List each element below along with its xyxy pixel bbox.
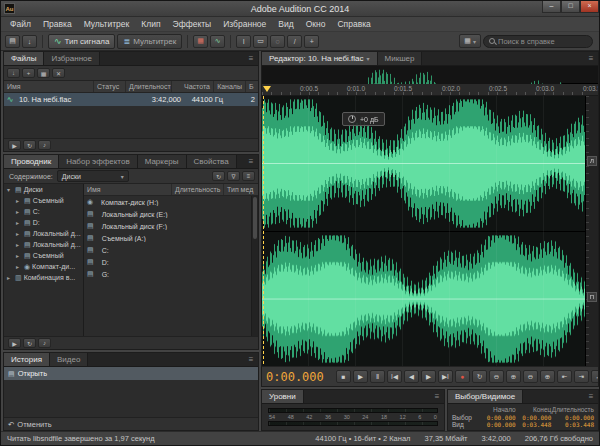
paintbrush-tool-icon[interactable]: /: [287, 35, 302, 48]
expand-icon[interactable]: ▾: [7, 186, 15, 193]
multitrack-view-button[interactable]: ≣ Мультитрек: [117, 34, 182, 49]
expand-icon[interactable]: ▸: [16, 241, 24, 248]
zoom-in-button[interactable]: ⊕: [506, 370, 521, 383]
tree-item-removable[interactable]: ▸▤Съемный: [4, 195, 83, 206]
app-icon[interactable]: Au: [4, 3, 15, 14]
play-button[interactable]: ▶: [353, 370, 368, 383]
menu-item-multitrack[interactable]: Мультитрек: [78, 17, 136, 32]
menu-item-effects[interactable]: Эффекты: [167, 17, 218, 32]
files-delete-icon[interactable]: ✕: [52, 68, 65, 78]
panel-menu-icon[interactable]: [244, 155, 258, 168]
zoom-selection-right-button[interactable]: ⇥: [574, 370, 589, 383]
maximize-icon[interactable]: [561, 1, 580, 13]
menu-item-view[interactable]: Вид: [272, 17, 299, 32]
preview-loop-icon[interactable]: ↻: [23, 140, 36, 150]
fast-forward-button[interactable]: ▶: [421, 370, 436, 383]
expand-icon[interactable]: ▸: [16, 230, 24, 237]
chevron-down-icon[interactable]: ▾: [366, 56, 369, 62]
column-name[interactable]: Имя: [84, 184, 172, 195]
zoom-selection-button[interactable]: ↔: [591, 370, 599, 383]
tree-item-removable-2[interactable]: ▸▤Съемный: [4, 250, 83, 261]
view-end-value[interactable]: 0:03.448: [516, 421, 552, 428]
selection-start-value[interactable]: 0:00.000: [480, 414, 516, 421]
tree-item-d[interactable]: ▸▤D:: [4, 217, 83, 228]
column-sample-rate[interactable]: Частота: [172, 81, 214, 92]
list-item[interactable]: ▤Съемный (A:): [84, 232, 251, 244]
channel-left-badge[interactable]: Л: [587, 156, 597, 166]
list-item[interactable]: ▤C:: [84, 244, 251, 256]
tree-item-c[interactable]: ▸▤C:: [4, 206, 83, 217]
waveform-channels[interactable]: +0 дБ: [262, 96, 585, 366]
marquee-tool-icon[interactable]: ▭: [253, 35, 268, 48]
panel-menu-icon[interactable]: [430, 390, 444, 403]
tab-media-browser[interactable]: Проводник: [4, 155, 59, 168]
files-open-icon[interactable]: ▦: [37, 68, 50, 78]
list-item[interactable]: ▤Локальный диск (E:): [84, 208, 251, 220]
playhead-handle[interactable]: [263, 86, 271, 96]
move-to-start-button[interactable]: I◀: [387, 370, 402, 383]
panel-menu-icon[interactable]: [244, 52, 258, 65]
tab-effects-rack[interactable]: Набор эффектов: [59, 155, 138, 168]
tree-item-shortcuts[interactable]: ▸▥Комбинация в...: [4, 272, 83, 283]
timeline-ruler[interactable]: 0:00.5 0:01.0 0:01.5 0:02.0 0:02.5 0:03.…: [262, 84, 598, 96]
filter-icon[interactable]: ∇: [227, 171, 240, 181]
tab-levels[interactable]: Уровни: [262, 390, 304, 403]
list-item[interactable]: ◉Компакт-диск (H:): [84, 196, 251, 208]
file-row[interactable]: ∿ 10. На небі.flac 3:42,000 44100 Гц 2: [4, 93, 258, 106]
waveform-overview[interactable]: [262, 66, 598, 84]
import-file-icon[interactable]: ↓: [22, 35, 37, 48]
column-duration[interactable]: Длительность: [126, 81, 172, 92]
list-item[interactable]: ▤Локальный диск (F:): [84, 220, 251, 232]
list-item[interactable]: ▤G:: [84, 268, 251, 280]
minimize-icon[interactable]: [542, 1, 561, 13]
menu-item-window[interactable]: Окно: [300, 17, 332, 32]
loop-button[interactable]: ↻: [472, 370, 487, 383]
search-input[interactable]: [498, 37, 587, 46]
expand-icon[interactable]: ▸: [16, 263, 24, 270]
column-status[interactable]: Статус: [94, 81, 126, 92]
channel-right-waveform[interactable]: [262, 231, 585, 367]
menu-item-help[interactable]: Справка: [331, 17, 376, 32]
tab-properties[interactable]: Свойства: [187, 155, 237, 168]
list-item[interactable]: ▤D:: [84, 256, 251, 268]
preview-play-icon[interactable]: ▶: [8, 338, 21, 348]
tree-item-cd[interactable]: ▸◉Компакт-ди...: [4, 261, 83, 272]
tab-selection-view[interactable]: Выбор/Видимое: [448, 390, 523, 403]
gain-hud[interactable]: +0 дБ: [342, 112, 385, 126]
tree-item-local-1[interactable]: ▸▤Локальный д...: [4, 228, 83, 239]
menu-item-favorites[interactable]: Избранное: [217, 17, 272, 32]
preview-loop-icon[interactable]: ↻: [23, 338, 36, 348]
menu-item-edit[interactable]: Правка: [37, 17, 78, 32]
selection-end-value[interactable]: 0:00.000: [516, 414, 552, 421]
channel-left-waveform[interactable]: [262, 96, 585, 231]
menu-item-clip[interactable]: Клип: [135, 17, 166, 32]
zoom-in-vertical-button[interactable]: ⊕: [540, 370, 555, 383]
history-entry[interactable]: ▤ Открыть: [4, 367, 258, 380]
content-dropdown[interactable]: Диски: [57, 170, 129, 182]
lasso-tool-icon[interactable]: ◌: [270, 35, 285, 48]
menu-item-file[interactable]: Файл: [4, 17, 37, 32]
spectral-frequency-icon[interactable]: ▦: [193, 35, 208, 48]
scrollbar[interactable]: [251, 196, 258, 336]
tree-item-local-2[interactable]: ▸▤Локальный д...: [4, 239, 83, 250]
pause-button[interactable]: Ⅱ: [370, 370, 385, 383]
tab-video[interactable]: Видео: [50, 353, 88, 366]
view-start-value[interactable]: 0:00.000: [480, 421, 516, 428]
tree-item-drives[interactable]: ▾▤Диски: [4, 184, 83, 195]
tab-history[interactable]: История: [4, 353, 50, 366]
undo-button[interactable]: ↶ Отменить: [8, 420, 52, 429]
scrollbar-thumb[interactable]: [253, 197, 257, 239]
tab-mixer[interactable]: Микшер: [378, 52, 423, 65]
expand-icon[interactable]: ▸: [16, 252, 24, 259]
files-new-icon[interactable]: +: [22, 68, 35, 78]
panel-menu-icon[interactable]: [584, 390, 598, 403]
tab-files[interactable]: Файлы: [4, 52, 44, 65]
column-duration[interactable]: Длительность: [172, 184, 224, 195]
panel-menu-icon[interactable]: [584, 52, 598, 65]
amplitude-ruler[interactable]: Л П: [585, 96, 598, 366]
column-media-type[interactable]: Тип мед: [224, 184, 258, 195]
preview-autoplay-icon[interactable]: ♪: [38, 338, 51, 348]
preview-autoplay-icon[interactable]: ♪: [38, 140, 51, 150]
channel-right-badge[interactable]: П: [587, 292, 597, 302]
zoom-out-vertical-button[interactable]: ⊖: [523, 370, 538, 383]
